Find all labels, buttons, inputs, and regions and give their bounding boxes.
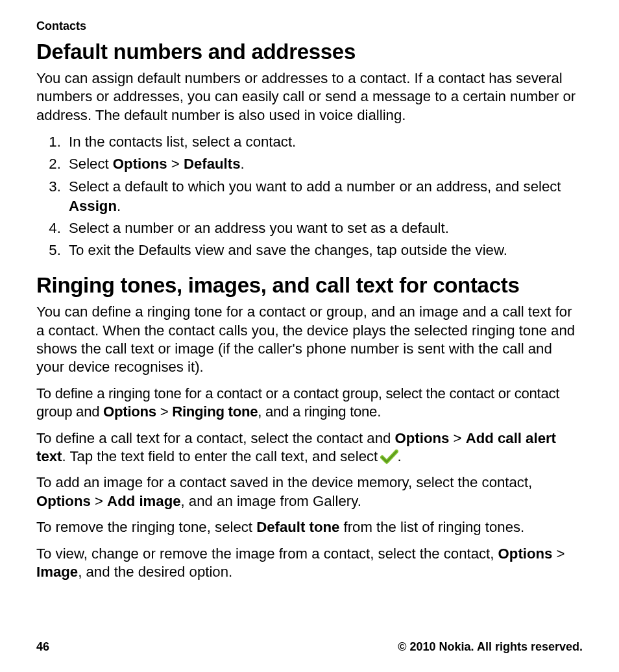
heading-ringing-tones: Ringing tones, images, and call text for… (36, 273, 583, 298)
copyright: © 2010 Nokia. All rights reserved. (398, 640, 583, 654)
checkmark-icon (382, 450, 397, 463)
intro-ringing-tones: You can define a ringing tone for a cont… (36, 303, 583, 377)
heading-default-numbers: Default numbers and addresses (36, 40, 583, 64)
steps-list: In the contacts list, select a contact. … (36, 132, 583, 260)
breadcrumb: Contacts (36, 19, 583, 33)
step-3: Select a default to which you want to ad… (65, 177, 583, 216)
step-1: In the contacts list, select a contact. (65, 132, 583, 152)
step-2: Select Options > Defaults. (65, 154, 583, 174)
para-add-image: To add an image for a contact saved in t… (36, 474, 583, 510)
para-remove-tone: To remove the ringing tone, select Defau… (36, 518, 583, 536)
page-number: 46 (36, 640, 49, 654)
step-4: Select a number or an address you want t… (65, 219, 583, 238)
para-image-options: To view, change or remove the image from… (36, 545, 583, 582)
para-ringing-tone: To define a ringing tone for a contact o… (36, 385, 583, 422)
para-call-text: To define a call text for a contact, sel… (36, 429, 583, 466)
intro-default-numbers: You can assign default numbers or addres… (36, 69, 583, 125)
step-5: To exit the Defaults view and save the c… (65, 241, 583, 260)
